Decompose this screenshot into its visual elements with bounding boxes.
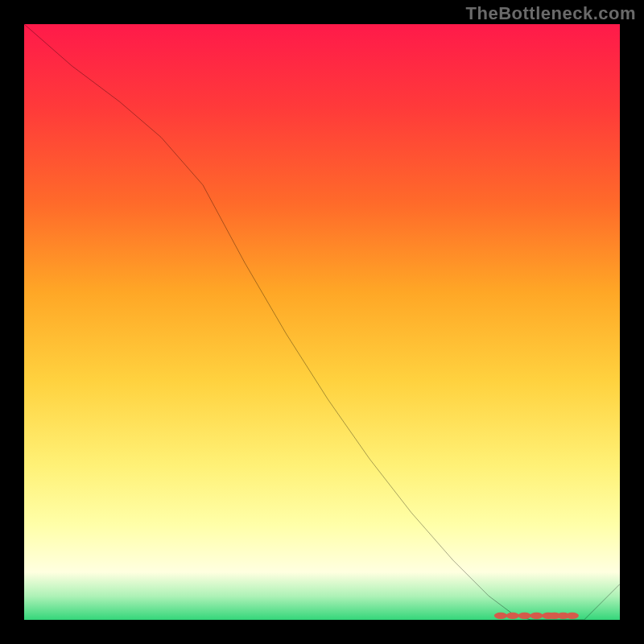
valley-dot [530, 613, 543, 619]
plot-area [24, 24, 620, 620]
valley-dots-group [494, 613, 579, 619]
valley-dot [518, 613, 530, 619]
bottleneck-curve [24, 24, 620, 620]
chart-frame: TheBottleneck.com [0, 0, 644, 644]
watermark-text: TheBottleneck.com [466, 3, 636, 24]
chart-overlay [24, 24, 620, 620]
valley-dot [566, 613, 579, 619]
valley-dot [506, 613, 519, 619]
valley-dot [494, 613, 507, 619]
